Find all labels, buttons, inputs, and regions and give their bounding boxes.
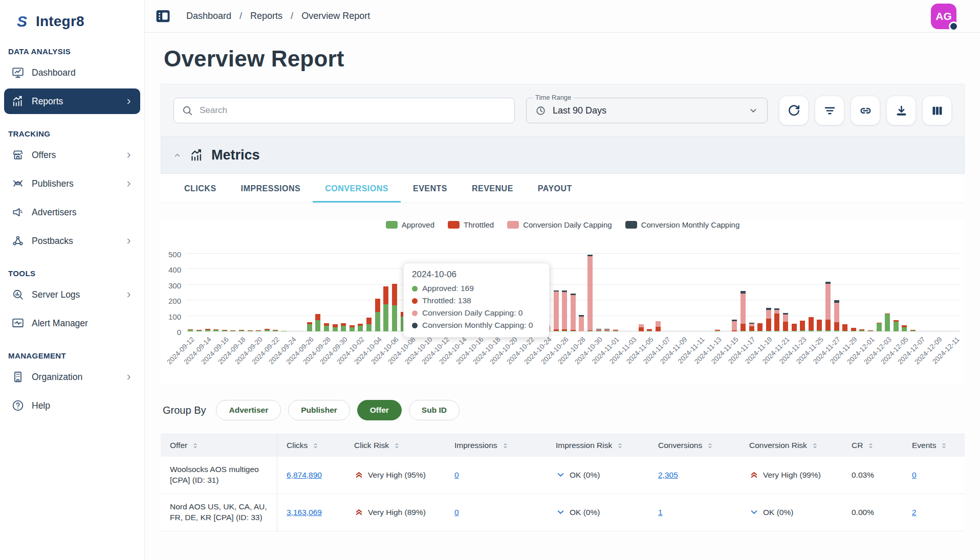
sidebar-item-help[interactable]: Help [4, 393, 140, 418]
bar-2024-11-12[interactable] [705, 254, 713, 331]
bar-2024-11-25[interactable] [815, 254, 824, 331]
bar-2024-09-19[interactable] [246, 254, 254, 331]
bar-2024-11-23[interactable] [798, 254, 807, 331]
bar-2024-12-02[interactable] [875, 254, 883, 331]
bar-2024-11-27[interactable] [832, 254, 841, 331]
bar-2024-12-08[interactable] [926, 254, 934, 331]
link-button[interactable] [851, 96, 880, 125]
sidebar-item-alert-manager[interactable]: Alert Manager [4, 310, 140, 336]
bar-2024-11-07[interactable] [662, 254, 671, 331]
column-header-conversion-risk[interactable]: Conversion Risk [740, 434, 842, 457]
bar-2024-09-24[interactable] [288, 254, 297, 331]
bar-2024-09-15[interactable] [212, 254, 221, 331]
bar-2024-11-19[interactable] [764, 254, 773, 331]
bar-2024-10-29[interactable] [586, 254, 595, 331]
bar-2024-09-17[interactable] [229, 254, 237, 331]
bar-2024-11-10[interactable] [688, 254, 696, 331]
sidebar-toggle-icon[interactable] [155, 8, 171, 24]
bar-2024-10-05[interactable] [382, 254, 390, 331]
time-range-select[interactable]: Time Range Last 90 Days [526, 98, 768, 123]
collapse-chevron-icon[interactable] [172, 150, 182, 160]
sidebar-item-publishers[interactable]: Publishers [4, 171, 140, 196]
bar-2024-09-30[interactable] [339, 254, 348, 331]
columns-button[interactable] [922, 96, 952, 125]
bar-2024-11-29[interactable] [850, 254, 858, 331]
column-header-clicks[interactable]: Clicks [277, 434, 345, 457]
bar-2024-10-30[interactable] [594, 254, 603, 331]
conversions-link[interactable]: 1 [658, 508, 663, 517]
bar-2024-11-24[interactable] [807, 254, 815, 331]
impressions-link[interactable]: 0 [454, 471, 459, 480]
bar-2024-11-06[interactable] [654, 254, 663, 331]
bar-2024-12-11[interactable] [951, 254, 960, 331]
bar-2024-09-25[interactable] [297, 254, 306, 331]
group-by-pill-offer[interactable]: Offer [357, 400, 402, 420]
breadcrumb-item-reports[interactable]: Reports [250, 11, 282, 21]
group-by-pill-advertiser[interactable]: Advertiser [216, 400, 281, 420]
bar-2024-09-12[interactable] [186, 254, 195, 331]
breadcrumb-item-dashboard[interactable]: Dashboard [186, 11, 231, 21]
tab-revenue[interactable]: REVENUE [460, 174, 526, 203]
bar-2024-11-15[interactable] [730, 254, 739, 331]
conversions-link[interactable]: 2,305 [658, 471, 678, 480]
bar-2024-09-26[interactable] [306, 254, 314, 331]
bar-2024-11-30[interactable] [858, 254, 866, 331]
bar-2024-12-09[interactable] [934, 254, 943, 331]
sidebar-item-postbacks[interactable]: Postbacks [4, 228, 140, 254]
bar-2024-11-09[interactable] [679, 254, 688, 331]
column-header-impressions[interactable]: Impressions [445, 434, 547, 457]
bar-2024-10-27[interactable] [569, 254, 577, 331]
bar-2024-11-11[interactable] [696, 254, 705, 331]
column-header-conversions[interactable]: Conversions [649, 434, 740, 457]
bar-2024-11-20[interactable] [773, 254, 781, 331]
clicks-link[interactable]: 3,163,069 [287, 508, 322, 517]
bar-2024-11-13[interactable] [713, 254, 722, 331]
tab-payout[interactable]: PAYOUT [526, 174, 584, 203]
bar-2024-11-03[interactable] [628, 254, 637, 331]
bar-2024-09-21[interactable] [263, 254, 271, 331]
impressions-link[interactable]: 0 [454, 508, 459, 517]
sidebar-item-offers[interactable]: Offers [4, 142, 140, 168]
bar-2024-12-01[interactable] [866, 254, 875, 331]
tab-conversions[interactable]: CONVERSIONS [313, 174, 401, 203]
bar-2024-10-04[interactable] [373, 254, 382, 331]
bar-2024-12-10[interactable] [943, 254, 951, 331]
bar-2024-10-01[interactable] [348, 254, 357, 331]
legend-item-conversion-monthly-capping[interactable]: Conversion Monthly Capping [625, 220, 740, 229]
bar-2024-11-16[interactable] [739, 254, 748, 331]
bar-2024-11-17[interactable] [747, 254, 756, 331]
bar-2024-09-20[interactable] [254, 254, 263, 331]
sidebar-item-server-logs[interactable]: Server Logs [4, 282, 140, 307]
bar-2024-10-03[interactable] [365, 254, 374, 331]
bar-2024-10-28[interactable] [577, 254, 586, 331]
bar-2024-12-03[interactable] [883, 254, 892, 331]
bar-2024-12-07[interactable] [917, 254, 926, 331]
sidebar-item-advertisers[interactable]: Advertisers [4, 199, 140, 225]
bar-2024-10-26[interactable] [560, 254, 569, 331]
column-header-click-risk[interactable]: Click Risk [345, 434, 445, 457]
bar-2024-09-29[interactable] [331, 254, 339, 331]
refresh-button[interactable] [779, 96, 809, 125]
bar-2024-11-22[interactable] [790, 254, 798, 331]
group-by-pill-publisher[interactable]: Publisher [288, 400, 350, 420]
bar-2024-09-14[interactable] [203, 254, 212, 331]
bar-2024-11-21[interactable] [781, 254, 790, 331]
bar-2024-11-01[interactable] [611, 254, 620, 331]
bar-2024-09-16[interactable] [220, 254, 229, 331]
bar-2024-11-26[interactable] [824, 254, 833, 331]
bar-2024-12-05[interactable] [900, 254, 909, 331]
group-by-pill-sub-id[interactable]: Sub ID [409, 400, 460, 420]
brand-logo[interactable]: S Integr8 [0, 11, 144, 32]
bar-2024-10-06[interactable] [390, 254, 399, 331]
bar-2024-09-18[interactable] [237, 254, 246, 331]
search-input[interactable] [199, 105, 507, 116]
bar-2024-12-06[interactable] [909, 254, 918, 331]
bar-2024-10-31[interactable] [603, 254, 612, 331]
bar-2024-11-04[interactable] [637, 254, 645, 331]
bar-2024-11-14[interactable] [722, 254, 730, 331]
column-header-events[interactable]: Events [903, 434, 965, 457]
bar-2024-12-04[interactable] [892, 254, 901, 331]
legend-item-approved[interactable]: Approved [386, 220, 434, 229]
bar-2024-09-23[interactable] [280, 254, 289, 331]
column-header-offer[interactable]: Offer [161, 434, 277, 457]
